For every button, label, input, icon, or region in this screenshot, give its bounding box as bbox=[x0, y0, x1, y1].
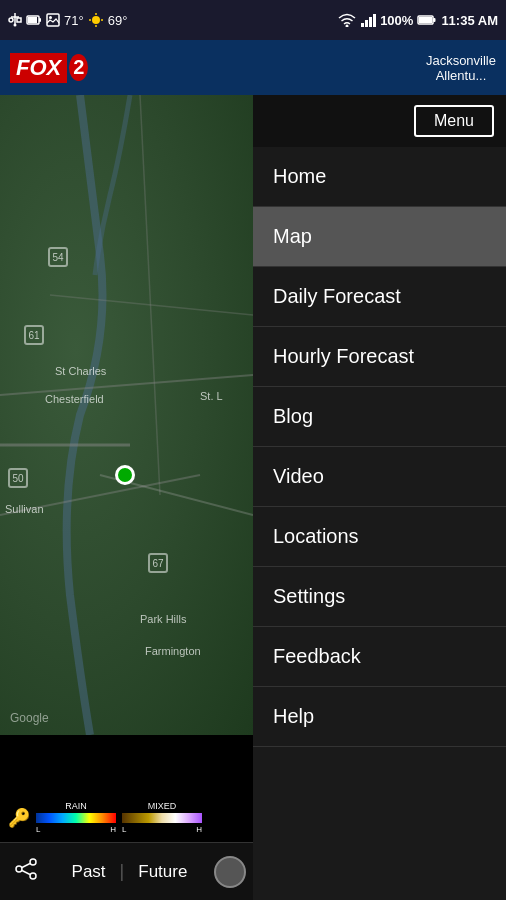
map-label-sullivan: Sullivan bbox=[5, 503, 44, 515]
svg-line-25 bbox=[140, 95, 160, 495]
menu-items: Home Map Daily Forecast Hourly Forecast … bbox=[253, 147, 506, 900]
svg-point-15 bbox=[346, 25, 349, 28]
google-label: Google bbox=[10, 711, 49, 725]
menu-button-row: Menu bbox=[253, 95, 506, 147]
map-area[interactable]: St Charles Chesterfield Sullivan St. L P… bbox=[0, 95, 253, 735]
legend-key-icon: 🔑 bbox=[8, 807, 30, 829]
share-icon bbox=[15, 858, 37, 880]
battery-icon bbox=[26, 14, 42, 26]
svg-line-33 bbox=[22, 870, 30, 874]
status-bar: 71° 69° 100% bbox=[0, 0, 506, 40]
highway-badge-50: 50 bbox=[8, 468, 28, 488]
legend-mixed-title: MIXED bbox=[148, 801, 177, 811]
menu-item-home[interactable]: Home bbox=[253, 147, 506, 207]
svg-rect-22 bbox=[419, 17, 432, 23]
fox-logo-text: FOX bbox=[10, 53, 67, 83]
legend-mixed-labels: LH bbox=[122, 825, 202, 834]
fox-logo: FOX 2 bbox=[10, 53, 88, 83]
svg-point-10 bbox=[92, 16, 100, 24]
legend-mixed: MIXED LH bbox=[122, 801, 202, 834]
bottom-nav[interactable]: Past | Future bbox=[0, 842, 253, 900]
map-location-marker bbox=[115, 465, 135, 485]
status-right: 100% 11:35 AM bbox=[338, 13, 498, 28]
svg-point-9 bbox=[49, 16, 52, 19]
svg-rect-7 bbox=[28, 17, 37, 23]
svg-point-30 bbox=[16, 866, 22, 872]
menu-item-map[interactable]: Map bbox=[253, 207, 506, 267]
menu-item-video[interactable]: Video bbox=[253, 447, 506, 507]
future-button[interactable]: Future bbox=[124, 854, 201, 890]
usb-icon bbox=[8, 12, 22, 28]
header-bar: FOX 2 Jacksonville Allentu... bbox=[0, 40, 506, 95]
highway-badge-61: 61 bbox=[24, 325, 44, 345]
svg-rect-6 bbox=[39, 18, 41, 22]
highway-badge-54: 54 bbox=[48, 247, 68, 267]
map-label-chesterfield: Chesterfield bbox=[45, 393, 104, 405]
menu-item-locations[interactable]: Locations bbox=[253, 507, 506, 567]
menu-item-hourly-forecast[interactable]: Hourly Forecast bbox=[253, 327, 506, 387]
menu-item-feedback[interactable]: Feedback bbox=[253, 627, 506, 687]
fox-logo-num: 2 bbox=[69, 54, 88, 81]
header-location: Jacksonville Allentu... bbox=[426, 53, 496, 83]
map-label-park-hills: Park Hills bbox=[140, 613, 186, 625]
temperature-display2: 69° bbox=[108, 13, 128, 28]
menu-item-blog[interactable]: Blog bbox=[253, 387, 506, 447]
legend-rain: RAIN LH bbox=[36, 801, 116, 834]
status-left: 71° 69° bbox=[8, 12, 127, 28]
svg-rect-17 bbox=[365, 20, 368, 27]
menu-item-settings[interactable]: Settings bbox=[253, 567, 506, 627]
time-display: 11:35 AM bbox=[441, 13, 498, 28]
highway-badge-67: 67 bbox=[148, 553, 168, 573]
image-icon bbox=[46, 13, 60, 27]
nav-buttons: Past | Future bbox=[58, 854, 202, 890]
nav-toggle[interactable] bbox=[214, 856, 246, 888]
battery-percentage: 100% bbox=[380, 13, 413, 28]
map-label-farmington: Farmington bbox=[145, 645, 201, 657]
signal-icon bbox=[360, 13, 376, 27]
svg-line-32 bbox=[22, 863, 30, 867]
map-label-st-charles: St Charles bbox=[55, 365, 106, 377]
side-menu: Menu Home Map Daily Forecast Hourly Fore… bbox=[253, 95, 506, 900]
temperature-display: 71° bbox=[64, 13, 84, 28]
legend-bar: 🔑 RAIN LH MIXED LH bbox=[0, 795, 253, 840]
map-svg bbox=[0, 95, 253, 735]
menu-button[interactable]: Menu bbox=[414, 105, 494, 137]
svg-rect-3 bbox=[17, 18, 21, 22]
battery-full-icon bbox=[417, 14, 437, 26]
menu-item-help[interactable]: Help bbox=[253, 687, 506, 747]
weather-icon bbox=[88, 12, 104, 28]
wifi-icon bbox=[338, 13, 356, 27]
svg-rect-19 bbox=[373, 14, 376, 27]
legend-rain-labels: LH bbox=[36, 825, 116, 834]
svg-point-4 bbox=[14, 24, 17, 27]
svg-point-29 bbox=[30, 859, 36, 865]
svg-point-31 bbox=[30, 873, 36, 879]
svg-rect-16 bbox=[361, 23, 364, 27]
share-button[interactable] bbox=[7, 850, 45, 894]
map-background: St Charles Chesterfield Sullivan St. L P… bbox=[0, 95, 253, 735]
map-label-stl: St. L bbox=[200, 390, 223, 402]
svg-rect-18 bbox=[369, 17, 372, 27]
past-button[interactable]: Past bbox=[58, 854, 120, 890]
svg-rect-21 bbox=[433, 18, 436, 22]
svg-line-28 bbox=[50, 295, 253, 315]
svg-point-2 bbox=[9, 18, 13, 22]
legend-rain-title: RAIN bbox=[65, 801, 87, 811]
menu-item-daily-forecast[interactable]: Daily Forecast bbox=[253, 267, 506, 327]
